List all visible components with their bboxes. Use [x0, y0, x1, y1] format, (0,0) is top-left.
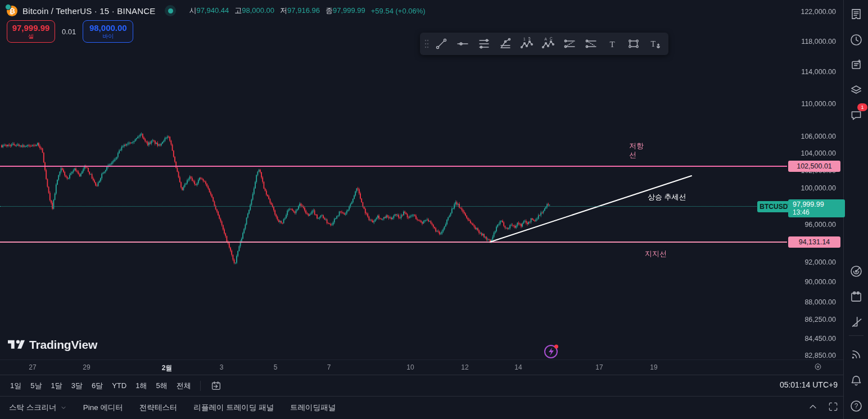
- time-axis[interactable]: 27292월3571012141719: [0, 359, 843, 375]
- price-axis-label: 86,250.00: [804, 315, 836, 324]
- svg-text:T: T: [651, 40, 656, 48]
- alert-clock-icon[interactable]: [847, 30, 866, 49]
- time-axis-label: 3: [220, 363, 224, 371]
- bottom-bar-item-1[interactable]: 스탁 스크리너: [9, 403, 67, 413]
- go-to-date-icon[interactable]: [205, 377, 227, 395]
- rectangle-tool-icon[interactable]: [623, 33, 644, 55]
- trend-based-fib-tool-icon[interactable]: [495, 33, 516, 55]
- horizontal-line-tool-icon[interactable]: [452, 33, 473, 55]
- range-button-YTD[interactable]: YTD: [107, 379, 131, 393]
- bottom-bar-item-5[interactable]: 트레이딩패널: [290, 403, 336, 413]
- calendar-icon[interactable]: [847, 287, 866, 306]
- spread-value: 0.01: [62, 28, 76, 36]
- chat-icon[interactable]: 1: [847, 106, 866, 125]
- resistance-price-label: 102,500.01: [788, 161, 840, 172]
- price-axis[interactable]: 122,000.00118,000.00114,000.00110,000.00…: [787, 0, 843, 359]
- bottom-right-controls: [807, 401, 839, 412]
- tradingview-watermark: TradingView: [8, 338, 97, 352]
- bell-icon[interactable]: [847, 371, 866, 390]
- bottom-bar-item-2[interactable]: Pine 에디터: [83, 403, 123, 413]
- drawing-toolbar: 15ACTT: [420, 33, 668, 55]
- time-axis-label: 12: [461, 363, 468, 371]
- tradingview-logo-icon: [8, 338, 25, 352]
- layers-icon[interactable]: [847, 80, 866, 99]
- symbol-title[interactable]: Bitcoin / TetherUS · 15 · BINANCE: [22, 6, 155, 16]
- support-price-label: 94,131.14: [788, 236, 840, 248]
- trend-line-tool-icon[interactable]: [431, 33, 452, 55]
- range-button-전체[interactable]: 전체: [172, 378, 196, 394]
- price-change: +59.54 (+0.06%): [371, 7, 426, 15]
- candlestick-canvas[interactable]: [0, 0, 787, 359]
- svg-text:C: C: [550, 37, 553, 40]
- chevron-down-icon: [60, 404, 67, 411]
- bitcoin-logo-icon: ₿: [7, 6, 17, 16]
- time-axis-label: 7: [327, 363, 331, 371]
- range-button-6달[interactable]: 6달: [87, 378, 107, 394]
- fullscreen-icon[interactable]: [828, 401, 839, 412]
- range-button-1달[interactable]: 1달: [46, 378, 66, 394]
- buy-price: 98,000.00: [89, 24, 127, 33]
- long-position-tool-icon[interactable]: [559, 33, 580, 55]
- axis-settings-gear-icon[interactable]: [813, 362, 822, 371]
- tradingview-window: 저항 선상승 추세선지지선 ₿ Bitcoin / TetherUS · 15 …: [0, 0, 868, 419]
- time-axis-label: 2월: [162, 363, 173, 373]
- ohlc-pair: 고98,000.00: [234, 6, 274, 16]
- fib-retracement-tool-icon[interactable]: [473, 33, 495, 55]
- clock-display[interactable]: 05:01:14 UTC+9: [780, 380, 838, 389]
- time-axis-label: 19: [650, 363, 657, 371]
- range-button-5해[interactable]: 5해: [151, 378, 171, 394]
- range-button-1해[interactable]: 1해: [131, 378, 151, 394]
- bottom-bar-item-3[interactable]: 전략테스터: [139, 403, 178, 413]
- abc-pattern-tool-icon[interactable]: AC: [537, 33, 559, 55]
- time-axis-label: 10: [406, 363, 414, 371]
- sell-button[interactable]: 97,999.99 셀: [7, 20, 55, 43]
- range-button-5날[interactable]: 5날: [26, 378, 46, 394]
- collapse-panel-chevron-icon[interactable]: [807, 401, 819, 412]
- measure-icon[interactable]: [847, 312, 866, 331]
- toolbar-drag-handle-icon[interactable]: [423, 33, 431, 55]
- text-annotation[interactable]: 지지선: [645, 249, 667, 258]
- price-axis-label: 90,000.00: [804, 277, 836, 286]
- promo-flash-icon[interactable]: [542, 341, 561, 361]
- time-axis-label: 14: [514, 363, 522, 371]
- ideas-icon[interactable]: [847, 55, 866, 74]
- svg-text:1: 1: [523, 37, 526, 41]
- range-button-1일[interactable]: 1일: [6, 378, 26, 394]
- countdown-timer: 13:46: [793, 208, 845, 216]
- text-annotation[interactable]: 상승 추세선: [648, 193, 686, 202]
- elliott-wave-tool-icon[interactable]: 15: [516, 33, 537, 55]
- sell-label: 셀: [28, 33, 34, 39]
- bottom-panel-bar: 스탁 스크리너Pine 에디터전략테스터리플레이 트레이딩 패널트레이딩패널: [0, 396, 843, 419]
- short-position-tool-icon[interactable]: [580, 33, 602, 55]
- buy-button[interactable]: 98,000.00 바이: [83, 20, 133, 43]
- price-axis-label: 118,000.00: [801, 37, 836, 46]
- chart-pane[interactable]: 저항 선상승 추세선지지선 ₿ Bitcoin / TetherUS · 15 …: [0, 0, 787, 359]
- market-status-icon[interactable]: [165, 5, 176, 16]
- price-axis-label: 114,000.00: [801, 67, 836, 76]
- range-toolbar: 1일5날1달3달6달YTD1해5해전체: [0, 375, 843, 396]
- anchored-text-tool-icon[interactable]: T: [644, 33, 666, 55]
- help-icon[interactable]: ?: [847, 397, 866, 416]
- support-line-drawing[interactable]: [0, 242, 787, 243]
- bottom-bar-item-4[interactable]: 리플레이 트레이딩 패널: [194, 403, 274, 413]
- text-tool-icon[interactable]: T: [602, 33, 623, 55]
- notification-badge: 1: [857, 103, 867, 111]
- price-axis-label: 104,000.00: [801, 149, 836, 158]
- feed-icon[interactable]: [847, 345, 866, 364]
- price-axis-label: 92,000.00: [804, 258, 836, 267]
- svg-text:T: T: [610, 40, 615, 49]
- price-axis-label: 122,000.00: [801, 7, 836, 16]
- text-annotation[interactable]: 저항 선: [629, 142, 644, 160]
- buy-label: 바이: [102, 33, 114, 39]
- range-button-3달[interactable]: 3달: [67, 378, 87, 394]
- last-price-value: 97,999.99: [793, 201, 845, 208]
- sell-price: 97,999.99: [12, 24, 50, 33]
- resistance-line-drawing[interactable]: [0, 166, 787, 167]
- radar-icon[interactable]: [847, 262, 866, 281]
- time-axis-label: 29: [83, 363, 90, 371]
- watchlist-icon[interactable]: [847, 4, 866, 24]
- svg-text:5: 5: [528, 37, 531, 40]
- price-axis-label: 110,000.00: [801, 99, 836, 108]
- symbol-bar: ₿ Bitcoin / TetherUS · 15 · BINANCE 시97,…: [7, 4, 426, 17]
- price-axis-label: 96,000.00: [804, 220, 836, 229]
